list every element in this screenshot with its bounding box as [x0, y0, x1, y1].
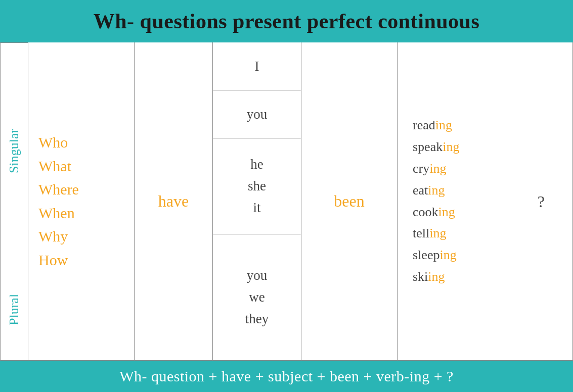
- been-text: been: [334, 192, 364, 211]
- wh-word-what: What: [38, 155, 124, 178]
- subject-you-singular: you: [213, 90, 301, 138]
- have-text: have: [158, 192, 189, 211]
- verb-eating: eating: [413, 180, 557, 202]
- verbing-column: reading speaking crying eating cooking t…: [398, 42, 572, 360]
- been-column: been: [301, 42, 398, 360]
- footer-formula: Wh- question + have + subject + been + v…: [119, 368, 454, 384]
- wh-word-how: How: [38, 249, 124, 272]
- main-table: Singular Plural Who What Where When Why …: [0, 42, 573, 361]
- verb-reading: reading: [413, 115, 557, 136]
- verb-cooking: cooking: [413, 202, 557, 223]
- subject-plural: you we they: [213, 234, 301, 360]
- row-labels: Singular Plural: [1, 42, 28, 360]
- verb-skiing: skiing: [413, 266, 557, 288]
- have-column: have: [135, 42, 213, 360]
- header: Wh- questions present perfect continuous: [0, 0, 573, 42]
- page-wrapper: Wh- questions present perfect continuous…: [0, 0, 573, 392]
- plural-label: Plural: [1, 259, 28, 360]
- wh-word-why: Why: [38, 225, 124, 249]
- verb-sleeping: sleeping: [413, 244, 557, 266]
- verb-speaking: speaking: [413, 136, 557, 158]
- verb-crying: crying: [413, 158, 557, 180]
- footer: Wh- question + have + subject + been + v…: [0, 361, 573, 392]
- subject-column: I you he she it you we they: [213, 42, 301, 360]
- page-title: Wh- questions present perfect continuous: [94, 10, 480, 33]
- verb-telling: telling: [413, 223, 557, 244]
- subject-i: I: [213, 42, 301, 90]
- singular-label: Singular: [1, 42, 28, 259]
- subject-heshelt: he she it: [213, 138, 301, 234]
- wh-word-when: When: [38, 202, 124, 225]
- question-mark: ?: [538, 192, 545, 211]
- wh-word-where: Where: [38, 178, 124, 202]
- wh-words-column: Who What Where When Why How: [28, 42, 135, 360]
- wh-word-who: Who: [38, 131, 124, 155]
